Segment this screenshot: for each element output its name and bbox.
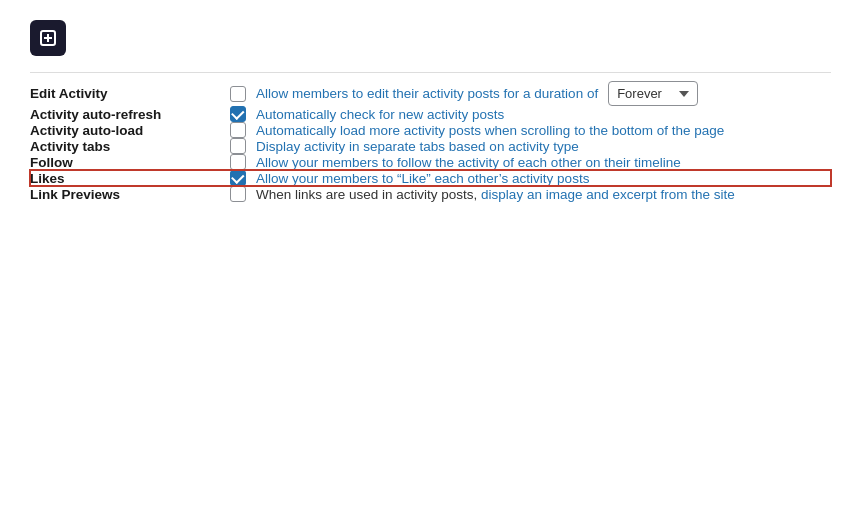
settings-row-auto-refresh: Activity auto-refreshAutomatically check…	[30, 106, 831, 122]
checkbox-follow[interactable]	[230, 154, 246, 170]
setting-label-auto-load: Activity auto-load	[30, 122, 230, 138]
settings-row-link-previews: Link PreviewsWhen links are used in acti…	[30, 186, 831, 202]
setting-control-auto-load: Automatically load more activity posts w…	[230, 122, 831, 138]
setting-label-edit-activity: Edit Activity	[30, 81, 230, 106]
setting-label-activity-tabs: Activity tabs	[30, 138, 230, 154]
settings-row-auto-load: Activity auto-loadAutomatically load mor…	[30, 122, 831, 138]
checkbox-activity-tabs[interactable]	[230, 138, 246, 154]
checkbox-link-previews[interactable]	[230, 186, 246, 202]
checkbox-edit-activity[interactable]	[230, 86, 246, 102]
setting-label-follow: Follow	[30, 154, 230, 170]
settings-row-edit-activity: Edit ActivityAllow members to edit their…	[30, 81, 831, 106]
checkbox-likes[interactable]	[230, 170, 246, 186]
likes-description: Allow your members to “Like” each other’…	[256, 171, 589, 186]
checkbox-auto-refresh[interactable]	[230, 106, 246, 122]
page-header	[30, 20, 831, 73]
auto-load-description: Automatically load more activity posts w…	[256, 123, 724, 138]
setting-control-edit-activity: Allow members to edit their activity pos…	[230, 81, 831, 106]
setting-label-likes: Likes	[30, 170, 230, 186]
settings-table: Edit ActivityAllow members to edit their…	[30, 81, 831, 202]
settings-row-follow: FollowAllow your members to follow the a…	[30, 154, 831, 170]
edit-activity-label: Allow members to edit their activity pos…	[256, 86, 598, 101]
checkbox-auto-load[interactable]	[230, 122, 246, 138]
duration-select[interactable]: Forever1 hour6 hours24 hours	[608, 81, 698, 106]
auto-refresh-description: Automatically check for new activity pos…	[256, 107, 504, 122]
setting-control-link-previews: When links are used in activity posts, d…	[230, 186, 831, 202]
setting-control-activity-tabs: Display activity in separate tabs based …	[230, 138, 831, 154]
setting-control-auto-refresh: Automatically check for new activity pos…	[230, 106, 831, 122]
setting-label-link-previews: Link Previews	[30, 186, 230, 202]
settings-row-likes: LikesAllow your members to “Like” each o…	[30, 170, 831, 186]
activity-icon	[30, 20, 66, 56]
setting-control-likes: Allow your members to “Like” each other’…	[230, 170, 831, 186]
setting-label-auto-refresh: Activity auto-refresh	[30, 106, 230, 122]
setting-control-follow: Allow your members to follow the activit…	[230, 154, 831, 170]
settings-row-activity-tabs: Activity tabsDisplay activity in separat…	[30, 138, 831, 154]
activity-tabs-description: Display activity in separate tabs based …	[256, 139, 579, 154]
follow-description: Allow your members to follow the activit…	[256, 155, 681, 170]
link-previews-description: When links are used in activity posts, d…	[256, 187, 735, 202]
